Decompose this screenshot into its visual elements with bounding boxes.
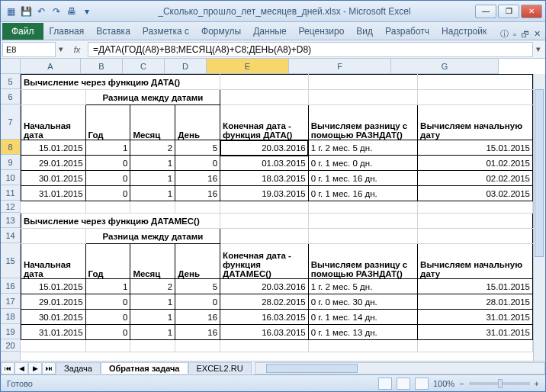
zoom-level[interactable]: 100%	[433, 379, 454, 388]
cell[interactable]: 0 г. 1 мес. 0 дн.	[308, 156, 417, 171]
redo-icon[interactable]: ↷	[50, 5, 63, 18]
row-header[interactable]: 16	[1, 278, 20, 294]
row-header[interactable]: 14	[1, 228, 20, 243]
row-header[interactable]: 18	[1, 309, 20, 324]
cell[interactable]	[418, 201, 533, 214]
sheet-tab[interactable]: EXCEL2.RU	[188, 362, 252, 374]
row-header[interactable]: 11	[1, 185, 20, 201]
cell[interactable]: 1	[130, 325, 175, 340]
cell[interactable]: Год	[85, 105, 130, 140]
cell[interactable]: 15.01.2015	[418, 279, 533, 294]
cell[interactable]	[418, 75, 533, 90]
cell[interactable]	[130, 201, 175, 214]
cell[interactable]	[220, 214, 309, 229]
ribbon-tab-view[interactable]: Вид	[350, 23, 379, 40]
row-header[interactable]: 9	[1, 155, 20, 170]
zoom-slider[interactable]	[469, 382, 530, 385]
grid[interactable]: Вычисление через функцию ДАТА() Разница …	[21, 74, 533, 361]
cell[interactable]	[418, 214, 533, 229]
cell[interactable]	[21, 340, 86, 352]
help-icon[interactable]: ⓘ	[500, 28, 509, 40]
cell[interactable]: 0 г. 0 мес. 30 дн.	[308, 294, 417, 310]
print-icon[interactable]: 🖶	[65, 5, 79, 18]
ribbon-tab-developer[interactable]: Разработч	[379, 23, 435, 40]
row-header[interactable]: 7	[1, 104, 20, 140]
ribbon-tab-layout[interactable]: Разметка с	[136, 23, 195, 40]
cell[interactable]: Год	[85, 244, 130, 279]
cell[interactable]	[308, 214, 417, 229]
fx-button[interactable]: fx	[69, 42, 85, 57]
zoom-slider-thumb[interactable]	[498, 379, 503, 388]
undo-icon[interactable]: ↶	[34, 5, 48, 18]
cell[interactable]: Разница между датами	[85, 90, 220, 105]
cell[interactable]: 31.01.2015	[21, 325, 86, 340]
col-header-c[interactable]: C	[123, 59, 165, 74]
row-header[interactable]: 17	[1, 294, 20, 309]
ribbon-tab-data[interactable]: Данные	[247, 23, 292, 40]
name-box[interactable]: E8	[2, 42, 56, 57]
cell[interactable]: Вычисляем начальную дату	[418, 244, 533, 279]
cell[interactable]	[21, 229, 86, 244]
ribbon-tab-insert[interactable]: Вставка	[90, 23, 136, 40]
sheet-nav-first-icon[interactable]: ⏮	[1, 362, 14, 374]
cell[interactable]	[418, 90, 533, 105]
cell[interactable]: Начальная дата	[21, 105, 86, 140]
cell[interactable]	[308, 75, 417, 90]
close-button[interactable]: ✕	[521, 5, 542, 18]
cell[interactable]	[308, 201, 417, 214]
cell[interactable]: Месяц	[130, 244, 175, 279]
cell[interactable]: 01.02.2015	[418, 156, 533, 171]
cell[interactable]: 5	[175, 279, 220, 294]
cell[interactable]	[308, 229, 417, 244]
cell[interactable]: 0 г. 1 мес. 16 дн.	[308, 171, 417, 186]
row-header[interactable]: 13	[1, 213, 20, 228]
cell[interactable]	[418, 340, 533, 352]
zoom-out-button[interactable]: −	[459, 379, 464, 388]
cell[interactable]	[220, 201, 309, 214]
cell[interactable]	[175, 340, 220, 352]
cell[interactable]	[130, 340, 175, 352]
cell[interactable]: 20.03.2016	[220, 279, 309, 294]
cell[interactable]: 0 г. 1 мес. 16 дн.	[308, 186, 417, 201]
sheet-nav-prev-icon[interactable]: ◀	[14, 362, 28, 374]
cell[interactable]: 28.01.2015	[418, 294, 533, 310]
minimize-button[interactable]: —	[475, 5, 496, 18]
col-header-b[interactable]: B	[81, 59, 123, 74]
cell[interactable]	[85, 340, 130, 352]
cell[interactable]	[85, 201, 130, 214]
row-header[interactable]: 19	[1, 324, 20, 339]
cell[interactable]	[175, 201, 220, 214]
cell[interactable]: 16	[175, 171, 220, 186]
cell[interactable]: Вычисляем разницу с помощью РАЗНДАТ()	[308, 244, 417, 279]
save-icon[interactable]: 💾	[19, 5, 33, 18]
cell[interactable]: 0	[85, 171, 130, 186]
cell-selected[interactable]: 20.03.2016	[220, 140, 309, 156]
sheet-nav-last-icon[interactable]: ⏭	[42, 362, 56, 374]
row-header[interactable]: 20	[1, 339, 20, 352]
cell[interactable]: 28.02.2015	[220, 294, 309, 310]
cell[interactable]: 1 г. 2 мес. 5 дн.	[308, 279, 417, 294]
cell[interactable]: Вычисляем начальную дату	[418, 105, 533, 140]
row-header[interactable]: 12	[1, 201, 20, 213]
col-header-e[interactable]: E	[207, 59, 289, 74]
cell[interactable]: Вычисление через функцию ДАТАМЕС()	[21, 214, 220, 229]
cell[interactable]: 0	[175, 294, 220, 310]
ribbon-tab-formulas[interactable]: Формулы	[195, 23, 247, 40]
row-header[interactable]: 10	[1, 170, 20, 185]
cell[interactable]: Конечная дата - функция ДАТАМЕС()	[220, 244, 309, 279]
view-normal-icon[interactable]	[378, 378, 392, 390]
cell[interactable]: 29.01.2015	[21, 294, 86, 310]
view-layout-icon[interactable]	[397, 378, 410, 390]
cell[interactable]: 0 г. 1 мес. 14 дн.	[308, 310, 417, 325]
cell[interactable]: 31.01.2015	[21, 186, 86, 201]
minimize-ribbon-icon[interactable]: ▫	[513, 30, 516, 39]
file-tab[interactable]: Файл	[2, 23, 43, 40]
cell[interactable]: 15.01.2015	[418, 140, 533, 156]
cell[interactable]: 16	[175, 186, 220, 201]
row-header[interactable]: 8	[1, 140, 20, 155]
zoom-in-button[interactable]: +	[535, 379, 539, 388]
formula-input[interactable]: =ДАТА(ГОД(A8)+B8;МЕСЯЦ(A8)+C8;ДЕНЬ(A8)+D…	[88, 42, 533, 57]
cell[interactable]: 29.01.2015	[21, 156, 86, 171]
vertical-scrollbar[interactable]	[533, 74, 545, 361]
restore-workbook-icon[interactable]: 🗗	[521, 30, 529, 39]
